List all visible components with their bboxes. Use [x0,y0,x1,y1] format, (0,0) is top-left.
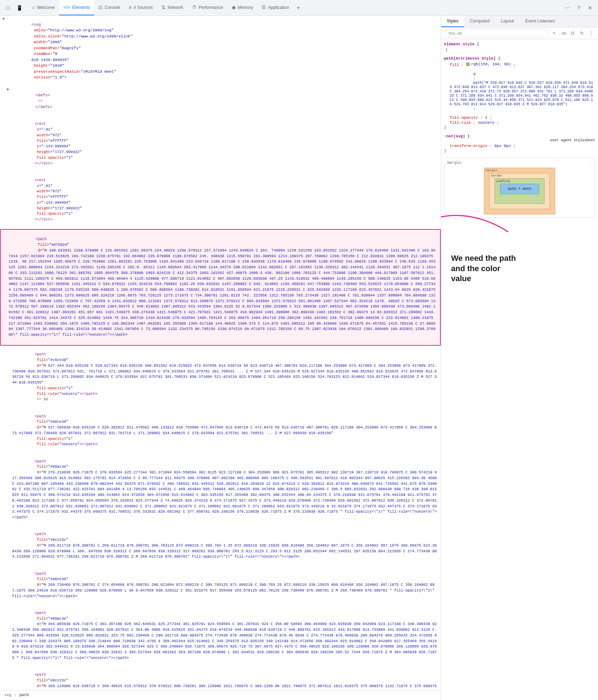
transform-origin-prop: transform-origin : 0px 0px ; [444,144,595,148]
breadcrumb-sep-1: > [14,692,17,698]
tab-elements-label: Elements [72,5,90,10]
code-scroll-area[interactable]: ▶ <svg xmlns="http://www.w3.org/2000/svg… [0,16,441,690]
tab-layout[interactable]: Layout [495,16,520,27]
add-tab-icon[interactable]: + [293,3,303,13]
breadcrumb-path[interactable]: path [18,691,30,699]
path-2-content: <path fill="#c6ce38" d="M 527.344 810.03… [12,346,438,408]
classes-icon[interactable]: .cls [559,29,567,37]
performance-icon: ⏱ [192,5,196,10]
breadcrumb-svg[interactable]: svg [3,691,13,699]
tab-console[interactable]: ⊡ Console [94,0,124,15]
path-line-4: <path fill="#89ac3e" d="M 379.210938 926… [0,453,441,526]
not-svg-selector: :not(svg) { user agent stylesheet [444,134,595,142]
path-8-content: <path fill="#9cc23c" d="M 369.128906 916… [12,666,438,690]
styles-tabs: Styles Computed Layout Event Listeners [441,16,598,27]
tab-welcome-label: Welcome [37,5,55,10]
devtools-toolbar: ⬡ 📱 ⌂ Welcome </> Elements ⊡ Console # #… [0,0,598,16]
tab-network-label: Network [168,5,183,10]
fill-rule-prop: fill-rule : nonzero ; [444,121,595,125]
path-highlighted-line[interactable]: <path fill="#875924" d="M 109.832031 129… [1,231,440,344]
path-attr-close: } [444,126,595,130]
highlighted-path-block: <path fill="#875924" d="M 109.832031 129… [0,229,441,346]
tab-memory[interactable]: ◉ Memory [228,0,257,15]
application-icon: ☰ [262,5,266,10]
tab-computed[interactable]: Computed [464,16,495,27]
defs-arrow[interactable]: ▶ [7,87,12,92]
collapse-arrow[interactable]: ▶ [3,16,8,21]
fill-prop: fill : rgb(156, 194, 60) ; [444,62,595,67]
ua-label: user agent stylesheet [444,138,595,142]
styles-filter-input[interactable] [444,29,549,37]
path-attr-selector: path[Attributes Style] { [444,56,595,61]
path-3-content: <path fill="#a6ce38" d="M 527.585938 810… [12,408,438,453]
toolbar-right: ⋯ ? ✕ [562,3,595,13]
tab-sources[interactable]: # # Sources [125,0,157,15]
rect2-arrow [7,172,12,177]
memory-icon: ◉ [232,5,236,10]
rect2-line: <rect x="-81" width="972" fill="#ffffff"… [0,172,441,228]
tab-sources-label: # Sources [134,5,153,10]
main-layout: ▶ <svg xmlns="http://www.w3.org/2000/svg… [0,16,598,700]
rect2-tag: <rect x="-81" width="972" fill="#ffffff"… [12,172,438,228]
path-attr-style-rule: path[Attributes Style] { fill : rgb(156,… [444,56,595,130]
breadcrumb-bar: svg > path [0,690,441,700]
rect1-tag: <rect x="-81" width="972" fill="#ffffff"… [12,116,438,172]
elements-icon: </> [63,5,70,10]
layout-icon[interactable]: ⊡ [569,29,577,37]
refresh-icon[interactable]: ↻ [578,29,586,37]
tab-welcome[interactable]: ⌂ Welcome [28,0,59,15]
path-arrow [4,231,9,237]
inspect-icon[interactable]: ⬡ [3,3,13,13]
toolbar-icons-left: ⬡ 📱 [3,3,24,13]
tab-elements[interactable]: </> Elements [59,0,94,15]
defs-tag: <defs> == </defs> [12,86,438,116]
path-line-2: <path fill="#c6ce38" d="M 527.344 810.03… [0,346,441,408]
path-line-6: <path fill="#a6ce38" d="M 269.730469 876… [0,565,441,605]
annotation-arrow [441,196,515,239]
tab-application-label: Application [268,5,289,10]
d-prop: d : path("M 529.027 810.035 C 529.027 81… [444,68,595,115]
box-model-title: margin - [447,161,592,165]
path-highlighted-content: <path fill="#875924" d="M 109.832031 129… [9,231,437,344]
console-icon: ⊡ [98,5,102,10]
more-options-icon[interactable]: ⋯ [562,3,572,13]
help-icon[interactable]: ? [574,3,584,13]
device-toolbar-icon[interactable]: 📱 [14,3,24,13]
svg-tag: <svg xmlns="http://www.w3.org/2000/svg" … [8,16,438,86]
tab-console-label: Console [104,5,120,10]
path-line-8: <path fill="#9cc23c" d="M 369.128906 916… [0,666,441,690]
new-style-icon[interactable]: + [550,29,558,37]
annotation-text: We need the path and the color value [451,253,522,284]
path-7-content: <path fill="#89ac3e" d="M 364.085938 926… [12,605,438,666]
path-5-content: <path fill="#9cc23c" d="M 269.011719 876… [12,526,438,565]
network-icon: ⇅ [162,5,165,10]
element-style-close: } [444,48,595,52]
tab-styles[interactable]: Styles [441,16,464,27]
path-line-3: <path fill="#a6ce38" d="M 527.585938 810… [0,408,441,453]
tab-memory-label: Memory [238,5,253,10]
path-line-7: <path fill="#89ac3e" d="M 364.085938 926… [0,605,441,666]
path-4-content: <path fill="#89ac3e" d="M 379.210938 926… [12,453,438,526]
tab-event-listeners[interactable]: Event Listeners [520,16,561,27]
tab-network[interactable]: ⇅ Network [157,0,188,15]
welcome-icon: ⌂ [32,5,35,10]
bm-content: auto × auto [500,184,539,194]
styles-content: element.style { } path[Attributes Style]… [441,39,598,700]
path-6-content: <path fill="#a6ce38" d="M 269.730469 876… [12,565,438,605]
element-style-rule: element.style { } [444,42,595,52]
rect1-arrow [7,116,12,121]
styles-filter-toolbar: + .cls ⊡ ↻ ⋮ [441,27,598,39]
tab-bar: ⌂ Welcome </> Elements ⊡ Console # # Sou… [28,0,562,15]
path-line-5: <path fill="#9cc23c" d="M 269.011719 876… [0,526,441,565]
tab-performance-label: Performance [199,5,223,10]
tab-application[interactable]: ☰ Application [257,0,293,15]
fill-color-swatch[interactable] [466,62,470,66]
not-svg-rule: :not(svg) { user agent stylesheet transf… [444,134,595,153]
more-styles-icon[interactable]: ⋮ [587,29,595,37]
styles-panel: Styles Computed Layout Event Listeners +… [441,16,598,700]
rect1-line: <rect x="-81" width="972" fill="#ffffff"… [0,116,441,172]
code-panel[interactable]: ▶ <svg xmlns="http://www.w3.org/2000/svg… [0,16,441,700]
defs-line: ▶ <defs> == </defs> [0,86,441,116]
close-icon[interactable]: ✕ [585,3,595,13]
tab-performance[interactable]: ⏱ Performance [188,0,228,15]
